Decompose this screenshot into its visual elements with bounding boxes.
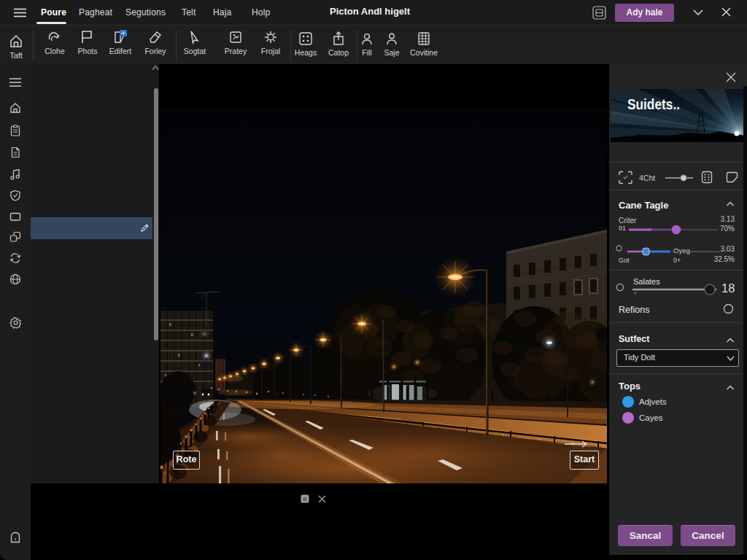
svg-text:B: B [303, 496, 306, 502]
svg-text:Suidets..: Suidets.. [627, 96, 680, 112]
